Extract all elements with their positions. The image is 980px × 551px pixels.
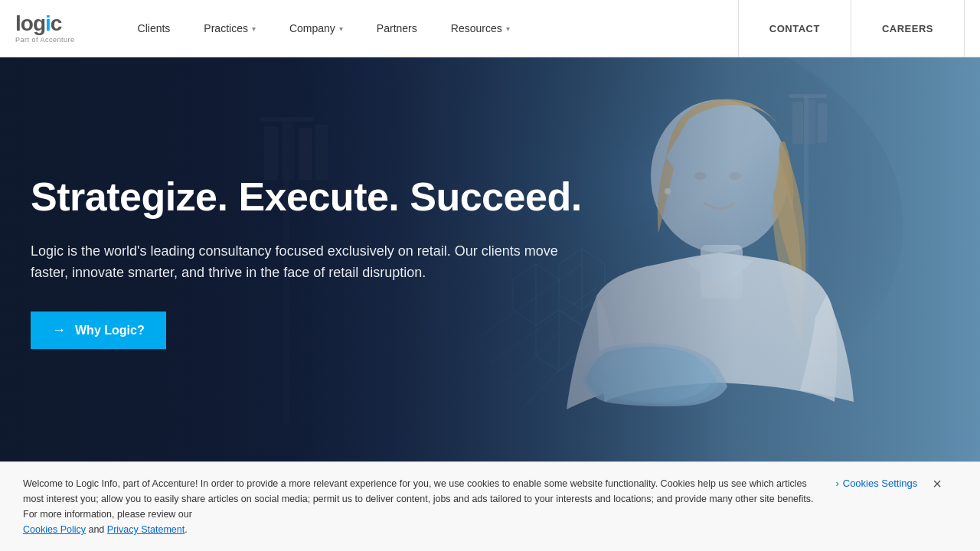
cookie-settings-label: Cookies Settings xyxy=(843,478,918,489)
chevron-down-icon: ▾ xyxy=(252,24,256,33)
cookie-text-main: Welcome to Logic Info, part of Accenture… xyxy=(23,478,813,520)
careers-button[interactable]: CAREERS xyxy=(851,0,965,57)
logo-text: logic xyxy=(15,13,75,34)
logo-subtitle: Part of Accenture xyxy=(15,36,75,44)
nav-item-partners[interactable]: Partners xyxy=(360,0,434,57)
header-right: CONTACT CAREERS xyxy=(738,0,965,57)
contact-button[interactable]: CONTACT xyxy=(739,0,851,57)
main-nav: Clients Practices ▾ Company ▾ Partners R… xyxy=(121,0,738,57)
chevron-right-icon: › xyxy=(835,478,838,489)
chevron-down-icon: ▾ xyxy=(506,24,510,33)
cookies-policy-link[interactable]: Cookies Policy xyxy=(23,524,86,535)
hero-content: Strategize. Execute. Succeed. Logic is t… xyxy=(31,175,582,350)
cookie-close-button[interactable]: × xyxy=(933,476,942,491)
nav-item-clients[interactable]: Clients xyxy=(121,0,188,57)
hero-title: Strategize. Execute. Succeed. xyxy=(31,175,582,219)
hero-section: Strategize. Execute. Succeed. Logic is t… xyxy=(0,57,980,467)
chevron-down-icon: ▾ xyxy=(339,24,343,33)
arrow-icon: → xyxy=(52,322,66,338)
nav-item-practices[interactable]: Practices ▾ xyxy=(187,0,273,57)
logo[interactable]: logic Part of Accenture xyxy=(15,13,75,44)
why-logic-label: Why Logic? xyxy=(75,324,145,337)
nav-item-company[interactable]: Company ▾ xyxy=(273,0,360,57)
cookie-text: Welcome to Logic Info, part of Accenture… xyxy=(23,476,820,537)
cookie-banner: Welcome to Logic Info, part of Accenture… xyxy=(0,461,980,551)
privacy-statement-link[interactable]: Privacy Statement xyxy=(107,524,185,535)
why-logic-button[interactable]: → Why Logic? xyxy=(31,311,166,349)
header: logic Part of Accenture Clients Practice… xyxy=(0,0,980,57)
cookie-settings-button[interactable]: › Cookies Settings xyxy=(835,478,917,489)
hero-description: Logic is the world's leading consultancy… xyxy=(31,240,582,285)
nav-item-resources[interactable]: Resources ▾ xyxy=(434,0,527,57)
